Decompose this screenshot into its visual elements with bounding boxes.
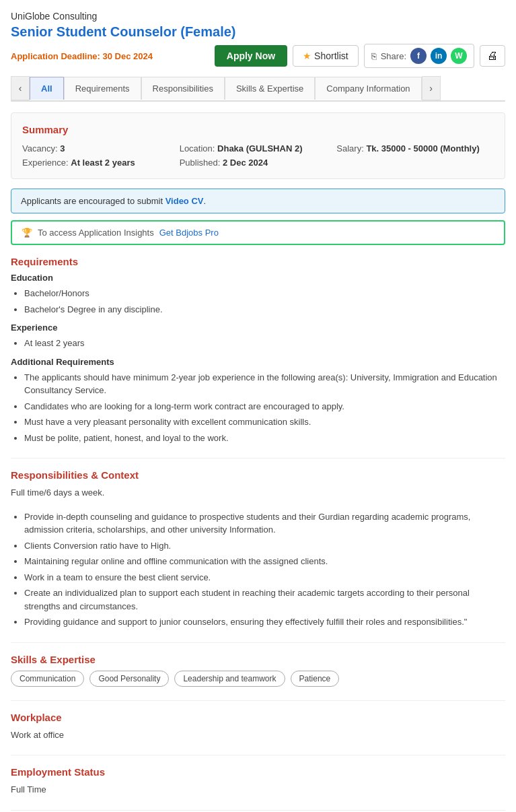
additional-requirements-list: The applicants should have minimum 2-yea… <box>11 371 505 445</box>
tab-scroll-left[interactable]: ‹ <box>11 76 30 100</box>
experience-info: Experience: At least 2 years <box>22 158 180 168</box>
divider <box>11 642 505 643</box>
summary-title: Summary <box>22 124 494 135</box>
list-item: Candidates who are looking for a long-te… <box>24 400 505 413</box>
tab-company-information[interactable]: Company Information <box>315 77 421 100</box>
divider <box>11 755 505 755</box>
skill-tag: Patience <box>291 671 340 687</box>
list-item: Work in a team to ensure the best client… <box>24 571 505 584</box>
facebook-share-button[interactable]: f <box>410 48 427 64</box>
vacancy-info: Vacancy: 3 <box>22 143 180 154</box>
workplace-section: Workplace Work at office <box>11 712 505 742</box>
salary-info: Salary: Tk. 35000 - 50000 (Monthly) <box>336 143 494 154</box>
insights-banner: 🏆 To access Application Insights Get Bdj… <box>11 220 505 245</box>
skill-tag: Good Personality <box>89 671 169 687</box>
list-item: Must be polite, patient, honest, and loy… <box>24 432 505 445</box>
list-item: Create an individualized plan to support… <box>24 586 505 613</box>
print-button[interactable]: 🖨 <box>480 45 505 67</box>
tabs-bar: ‹ All Requirements Responsibilities Skil… <box>11 76 505 102</box>
whatsapp-share-button[interactable]: W <box>451 48 467 64</box>
list-item: Provide in-depth counseling and guidance… <box>24 510 505 537</box>
list-item: Bachelor/Honors <box>24 287 505 300</box>
list-item: Providing guidance and support to junior… <box>24 615 505 629</box>
experience-subtitle: Experience <box>11 323 505 333</box>
requirements-section: Requirements Education Bachelor/Honors B… <box>11 256 505 444</box>
tab-responsibilities[interactable]: Responsibilities <box>141 77 225 100</box>
share-group: ⎘ Share: f in W <box>364 44 474 68</box>
shortlist-button[interactable]: ★ Shortlist <box>293 45 359 67</box>
tab-skills[interactable]: Skills & Expertise <box>225 77 315 100</box>
employment-value: Full Time <box>11 783 505 797</box>
share-icon: ⎘ <box>371 51 377 61</box>
get-bdjobs-pro-link[interactable]: Get Bdjobs Pro <box>159 228 219 238</box>
divider <box>11 810 505 811</box>
divider <box>11 458 505 459</box>
list-item: Clients Conversion ratio have to High. <box>24 539 505 553</box>
tab-scroll-right[interactable]: › <box>422 76 441 100</box>
workplace-title: Workplace <box>11 712 505 723</box>
responsibilities-list: Provide in-depth counseling and guidance… <box>11 510 505 629</box>
skills-list: Communication Good Personality Leadershi… <box>11 671 505 687</box>
location-info: Location: Dhaka (GULSHAN 2) <box>180 143 337 154</box>
responsibilities-section: Responsibilities & Context Full time/6 d… <box>11 469 505 629</box>
tab-requirements[interactable]: Requirements <box>64 77 141 100</box>
apply-now-button[interactable]: Apply Now <box>215 45 287 67</box>
education-list: Bachelor/Honors Bachelor's Degree in any… <box>11 287 505 316</box>
video-cv-banner: Applicants are encouraged to submit Vide… <box>11 189 505 213</box>
list-item: Maintaining regular online and offline c… <box>24 555 505 568</box>
experience-list: At least 2 years <box>11 337 505 350</box>
company-name: UniGlobe Consulting <box>11 11 505 22</box>
requirements-title: Requirements <box>11 256 505 267</box>
skills-section: Skills & Expertise Communication Good Pe… <box>11 654 505 687</box>
tab-all[interactable]: All <box>30 77 64 100</box>
skill-tag: Communication <box>11 671 84 687</box>
summary-section: Summary Vacancy: 3 Location: Dhaka (GULS… <box>11 112 505 179</box>
responsibilities-title: Responsibilities & Context <box>11 469 505 481</box>
workplace-value: Work at office <box>11 729 505 742</box>
list-item: Bachelor's Degree in any discipline. <box>24 303 505 316</box>
education-subtitle: Education <box>11 273 505 283</box>
responsibilities-intro: Full time/6 days a week. <box>11 486 505 500</box>
published-info: Published: 2 Dec 2024 <box>180 158 337 168</box>
job-title: Senior Student Counselor (Female) <box>11 24 505 40</box>
employment-section: Employment Status Full Time <box>11 766 505 797</box>
deadline-info: Application Deadline: 30 Dec 2024 <box>11 51 153 61</box>
skill-tag: Leadership and teamwork <box>174 671 285 687</box>
divider <box>11 700 505 701</box>
list-item: The applicants should have minimum 2-yea… <box>24 371 505 397</box>
star-icon: ★ <box>303 50 311 61</box>
list-item: Must have a very pleasant personality wi… <box>24 415 505 429</box>
linkedin-share-button[interactable]: in <box>431 48 447 64</box>
additional-requirements-subtitle: Additional Requirements <box>11 357 505 367</box>
insights-icon: 🏆 <box>22 228 32 238</box>
skills-title: Skills & Expertise <box>11 654 505 665</box>
list-item: At least 2 years <box>24 337 505 350</box>
employment-title: Employment Status <box>11 766 505 778</box>
